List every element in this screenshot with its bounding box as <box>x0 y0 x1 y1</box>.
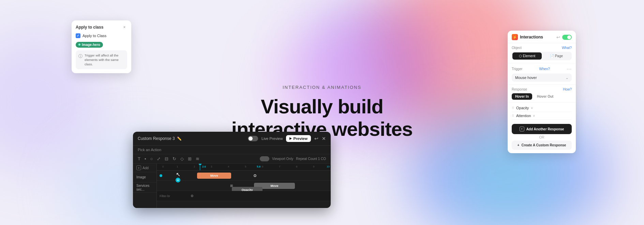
track-labels: + Add Image Services sec... <box>133 164 157 208</box>
add-track-row[interactable]: + Add <box>133 164 156 172</box>
toolbar-row: T ▪ ○ ⤢ ⊟ ↻ ◇ ⊞ ≋ Viewport Only Repeat C… <box>133 154 331 164</box>
apply-panel-close[interactable]: × <box>122 25 127 30</box>
checker-icon: ⊞ <box>230 184 233 188</box>
apply-class-checkbox[interactable] <box>76 33 80 38</box>
ruler-10: 10 <box>327 165 330 168</box>
preview-label: Preview <box>293 136 308 141</box>
rect-tool-icon[interactable]: ▪ <box>145 156 146 161</box>
hover-in-tab[interactable]: Hover In <box>512 93 532 100</box>
ruler-9: 9 <box>313 165 314 168</box>
grid-tool-icon[interactable]: ⊞ <box>188 156 192 161</box>
interactions-header: ⚡ Interactions ↩ <box>508 31 576 43</box>
tag-label: Image-hero <box>82 43 100 47</box>
keyframe-end[interactable] <box>254 174 256 177</box>
object-row: Object What? <box>512 46 572 50</box>
ruler: 0 1 2 2.6 3 4 5 5.8 6 7 8 9 10 <box>157 164 331 171</box>
toolbar-icons: T ▪ ○ ⤢ ⊟ ↻ ◇ ⊞ ≋ <box>138 156 199 161</box>
opacity-prop-row: ⠿ Opacity ∨ <box>512 104 572 112</box>
subtitle: INTERACTION & ANIMATIONS <box>231 84 413 90</box>
viewport-toggle[interactable] <box>260 156 269 161</box>
info-icon: ⓘ <box>78 53 83 67</box>
ruler-4: 4 <box>228 165 229 168</box>
stack-tool-icon[interactable]: ⊟ <box>165 156 168 161</box>
ruler-5: 5 <box>245 165 246 168</box>
undo-int-icon[interactable]: ↩ <box>556 35 560 40</box>
filter-label: Filter-br <box>157 194 170 198</box>
element-tab[interactable]: ⬡ Element <box>512 52 542 60</box>
class-tag[interactable]: Image-hero <box>76 42 103 48</box>
ruler-6: 6 <box>262 165 263 168</box>
checkbox-row: Apply to Class <box>76 33 127 38</box>
response-label-row: Response How? <box>512 87 572 91</box>
repeat-label: Repeat Count 1 CO <box>296 157 326 161</box>
timeline-title-text: Custom Response 3 <box>138 136 175 141</box>
ruler-marks: 0 1 2 2.6 3 4 5 5.8 6 7 8 9 10 <box>160 164 328 170</box>
element-icon: ⬡ <box>519 54 523 58</box>
object-link[interactable]: What? <box>562 46 572 50</box>
close-timeline-icon[interactable]: ✕ <box>322 136 326 141</box>
preview-button[interactable]: Preview <box>286 135 311 142</box>
add-another-response-button[interactable]: + Add Another Response <box>512 124 572 134</box>
action-bar: Pick an Action <box>133 146 331 154</box>
live-preview-toggle[interactable] <box>248 136 258 141</box>
ruler-3: 3 <box>211 165 212 168</box>
edit-icon[interactable]: ✏️ <box>177 136 182 141</box>
info-text: Trigger will affect all the elements wit… <box>85 53 124 67</box>
ruler-7: 7 <box>279 165 280 168</box>
drag-handle-attention[interactable]: ⠿ <box>512 114 514 118</box>
services-track-row: Move Opacity ⊞ <box>157 181 331 191</box>
rotate-tool-icon[interactable]: ↻ <box>173 156 176 161</box>
opacity-chevron[interactable]: ∨ <box>531 106 533 110</box>
int-header-icons: ↩ <box>556 35 572 40</box>
trigger-row: Trigger When? ··· <box>512 66 572 71</box>
add-response-label: Add Another Response <box>526 127 564 131</box>
trigger-link[interactable]: When? <box>539 67 550 71</box>
create-custom-response-button[interactable]: + Create A Custom Response <box>512 141 572 150</box>
checkbox-label: Apply to Class <box>83 34 106 38</box>
page-icon: 📄 <box>550 54 555 58</box>
track-content: 0 1 2 2.6 3 4 5 5.8 6 7 8 9 10 <box>157 164 331 208</box>
add-resp-icon: + <box>520 127 524 131</box>
text-tool-icon[interactable]: T <box>138 156 140 161</box>
undo-icon[interactable]: ↩ <box>314 136 318 141</box>
track-label-services: Services sec... <box>133 182 156 193</box>
custom-resp-label: Create A Custom Response <box>521 143 566 147</box>
add-label: Add <box>143 166 149 170</box>
drag-handle-opacity[interactable]: ⠿ <box>512 106 514 110</box>
response-label: Response <box>512 87 527 91</box>
response-link[interactable]: How? <box>563 87 572 91</box>
trigger-dots[interactable]: ··· <box>567 66 572 71</box>
ruler-2: 2 <box>194 165 195 168</box>
custom-resp-icon: + <box>518 143 520 147</box>
ruler-8: 8 <box>296 165 297 168</box>
info-box: ⓘ Trigger will affect all the elements w… <box>76 50 127 69</box>
element-page-toggle: ⬡ Element 📄 Page <box>512 52 572 60</box>
trigger-label: Trigger <box>512 67 522 71</box>
or-divider: OR <box>508 135 576 139</box>
opacity-prop: Opacity <box>516 106 529 110</box>
interactions-title: Interactions <box>520 35 543 39</box>
trigger-select[interactable]: Mouse hover ⌄ <box>512 74 572 82</box>
response-section: Response How? Hover In Hover Out <box>508 85 576 103</box>
filter-track-row: Filter-br ⚙ <box>157 191 331 201</box>
ruler-26: 2.6 <box>202 165 206 168</box>
filter-tool-icon[interactable]: ≋ <box>196 156 199 161</box>
trigger-arrow: ⌄ <box>566 76 568 80</box>
keyframe-start[interactable] <box>160 174 162 177</box>
resize-tool-icon[interactable]: ⤢ <box>157 156 161 161</box>
skew-tool-icon[interactable]: ◇ <box>180 156 184 161</box>
hover-out-tab[interactable]: Hover Out <box>534 93 557 100</box>
add-plus-icon[interactable]: + <box>136 165 141 170</box>
cursor-arrow: ↖ <box>176 171 180 178</box>
move-block[interactable]: Move <box>197 173 231 179</box>
attention-chevron[interactable]: ∨ <box>533 114 535 117</box>
apply-panel-title: Apply to class <box>76 25 103 30</box>
timeline-title: Custom Response 3 ✏️ <box>138 136 182 141</box>
object-section: Object What? ⬡ Element 📄 Page <box>508 43 576 63</box>
playhead[interactable] <box>200 164 200 170</box>
interactions-toggle[interactable] <box>562 35 572 40</box>
heading-line1: Visually build <box>261 95 383 117</box>
page-tab[interactable]: 📄 Page <box>542 52 571 60</box>
circle-tool-icon[interactable]: ○ <box>150 156 153 161</box>
properties-list: ⠿ Opacity ∨ ⠿ Attention ∨ <box>508 103 576 121</box>
